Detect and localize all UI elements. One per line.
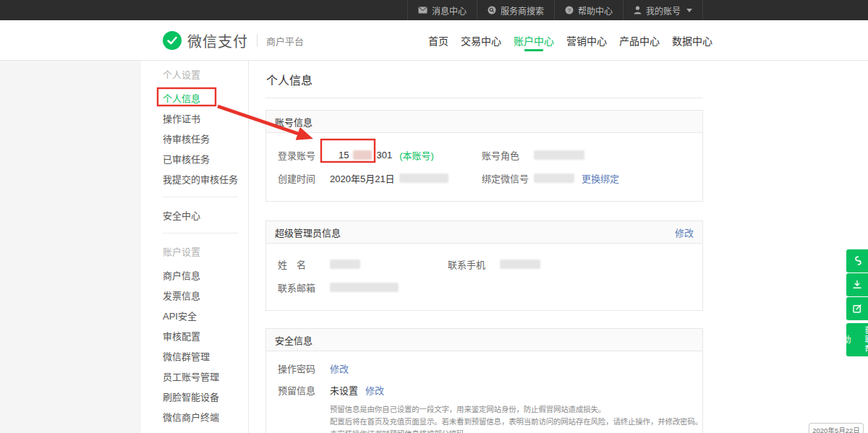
edit-super-admin-link[interactable]: 修改 <box>675 226 694 239</box>
operation-password-label: 操作密码 <box>278 361 330 375</box>
date-tooltip: 2020年5月22日 <box>809 423 864 433</box>
sidebar-item-staff-account-mgmt[interactable]: 员工账号管理 <box>163 366 248 386</box>
nav-marketing-center[interactable]: 营销中心 <box>566 20 607 61</box>
security-info-card-header: 安全信息 <box>266 329 702 351</box>
created-time-label: 创建时间 <box>278 171 330 185</box>
sidebar-item-reviewed-tasks[interactable]: 已审核任务 <box>163 148 248 168</box>
super-admin-card-header: 超级管理员信息 修改 <box>266 221 702 244</box>
sidebar-item-wechat-group-mgmt[interactable]: 微信群管理 <box>163 346 248 366</box>
sidebar-section-account-settings: 账户设置 <box>163 241 248 261</box>
sidebar-item-pending-review-tasks[interactable]: 待审核任务 <box>163 128 248 148</box>
sidebar-item-operation-certificate[interactable]: 操作证书 <box>163 108 248 128</box>
my-account-label: 我的账号 <box>646 4 681 17</box>
admin-name-label: 姓 名 <box>278 257 330 271</box>
brand-divider <box>257 34 258 47</box>
mail-icon <box>418 7 427 14</box>
sidebar-divider <box>163 233 238 233</box>
nav-home[interactable]: 首页 <box>428 20 448 61</box>
redacted-contact-phone <box>500 260 540 269</box>
operation-password-row: 操作密码 修改 <box>266 357 702 379</box>
reserved-info-description: 预留信息是由你自己设置的一段文字，用来鉴定网站身份，防止假冒网站造成损失。 配置… <box>330 403 699 433</box>
page-title: 个人信息 <box>266 71 703 88</box>
user-icon <box>634 6 642 14</box>
edit-operation-password-link[interactable]: 修改 <box>330 361 349 375</box>
sidebar-item-security-center[interactable]: 安全中心 <box>163 205 248 225</box>
help-center-label: 帮助中心 <box>578 4 613 17</box>
super-admin-card-title: 超级管理员信息 <box>275 226 341 239</box>
left-gray-strip <box>0 61 141 433</box>
sidebar-item-api-security[interactable]: API安全 <box>163 305 248 325</box>
date-tooltip-text: 2020年5月22日 <box>812 425 859 433</box>
security-info-card: 安全信息 操作密码 修改 预留信息 未设置 修改 预留信息是由你自己设置的一段文… <box>265 328 703 433</box>
sidebar-item-review-config[interactable]: 审核配置 <box>163 325 248 346</box>
get-help-button[interactable]: 获取帮助 <box>846 323 868 356</box>
download-button[interactable] <box>846 273 868 296</box>
security-info-card-title: 安全信息 <box>275 333 312 347</box>
sidebar-divider <box>163 197 238 197</box>
reserved-info-value: 未设置 <box>330 383 358 397</box>
sidebar-item-merchant-info[interactable]: 商户信息 <box>163 265 248 285</box>
current-account-note: (本账号) <box>399 148 434 162</box>
account-info-card-header: 账号信息 <box>266 111 702 133</box>
hook-button[interactable] <box>846 249 868 273</box>
contact-phone-label: 联系手机 <box>448 257 500 271</box>
redacted-account-role <box>534 150 584 160</box>
sidebar-section-personal-settings: 个人设置 <box>163 64 248 84</box>
sidebar-item-my-submitted-tasks[interactable]: 我提交的审核任务 <box>163 168 248 189</box>
svg-text:?: ? <box>568 7 571 14</box>
redacted-admin-name <box>330 260 360 269</box>
change-binding-link[interactable]: 更换绑定 <box>582 171 619 185</box>
super-admin-card: 超级管理员信息 修改 姓 名 联系手机 联系邮箱 <box>265 220 703 311</box>
account-info-card-title: 账号信息 <box>275 115 312 129</box>
service-provider-search-link[interactable]: 服务商搜索 <box>477 0 554 20</box>
bound-wechat-label: 绑定微信号 <box>482 171 534 185</box>
search-icon <box>488 6 496 14</box>
hook-icon <box>850 254 864 268</box>
account-info-card: 账号信息 登录账号 15301 (本账号) 账号角色 <box>265 110 703 202</box>
reserved-info-desc-line2: 配置后将在首页及充值页面显示。若未看到预留信息，表明当前访问的网站存在风险，请终… <box>330 416 699 428</box>
wechat-pay-logo-icon <box>163 31 182 50</box>
portal-name: 商户平台 <box>266 34 304 48</box>
edit-reserved-info-link[interactable]: 修改 <box>365 383 384 397</box>
edit-icon <box>850 301 864 316</box>
top-utility-bar: 消息中心 服务商搜索 ? 帮助中心 我的账号 <box>0 0 868 20</box>
redacted-created-time <box>399 173 448 183</box>
reserved-info-row: 预留信息 未设置 修改 <box>266 379 702 400</box>
feedback-button[interactable] <box>846 297 868 320</box>
reserved-info-desc-line3: 未安装操作证书时预留信息将被部分掩码。 <box>330 428 699 433</box>
brand-name: 微信支付 <box>187 30 248 51</box>
help-center-link[interactable]: ? 帮助中心 <box>554 0 623 20</box>
main-content: 个人信息 账号信息 登录账号 15301 (本账号) 账号角色 <box>265 61 703 433</box>
login-account-suffix: 301 <box>376 150 392 160</box>
nav-product-center[interactable]: 产品中心 <box>619 20 660 61</box>
reserved-info-label: 预留信息 <box>278 383 330 397</box>
contact-email-row: 联系邮箱 <box>266 275 702 299</box>
account-role-label: 账号角色 <box>482 148 534 162</box>
reserved-info-desc-line1: 预留信息是由你自己设置的一段文字，用来鉴定网站身份，防止假冒网站造成损失。 <box>330 403 699 416</box>
my-account-menu[interactable]: 我的账号 <box>623 0 703 20</box>
admin-name-row: 姓 名 联系手机 <box>266 252 702 275</box>
download-icon <box>850 278 864 292</box>
contact-email-label: 联系邮箱 <box>278 280 330 294</box>
login-account-label: 登录账号 <box>278 148 330 162</box>
question-icon: ? <box>565 6 574 14</box>
redacted-login-account <box>353 150 372 160</box>
floating-toolbar: 获取帮助 <box>846 249 868 356</box>
sidebar: 个人设置 个人信息 操作证书 待审核任务 已审核任务 我提交的审核任务 安全中心… <box>141 61 249 433</box>
sidebar-item-invoice-info[interactable]: 发票信息 <box>163 285 248 305</box>
brand-logo[interactable]: 微信支付 商户平台 <box>163 20 304 61</box>
chevron-down-icon <box>686 9 692 12</box>
wechat-pay-merchant-page: 消息中心 服务商搜索 ? 帮助中心 我的账号 微信支付 商户 <box>0 0 868 433</box>
redacted-contact-email <box>330 283 399 292</box>
nav-account-center[interactable]: 账户中心 <box>514 20 554 61</box>
sidebar-item-personal-info[interactable]: 个人信息 <box>163 87 248 108</box>
nav-data-center[interactable]: 数据中心 <box>672 20 712 61</box>
sidebar-item-merchant-terminal[interactable]: 微信商户终端 <box>163 406 248 426</box>
message-center-link[interactable]: 消息中心 <box>407 0 477 20</box>
redacted-wechat-id <box>534 173 574 183</box>
nav-transaction-center[interactable]: 交易中心 <box>461 20 501 61</box>
sidebar-item-face-device[interactable]: 刷脸智能设备 <box>163 386 248 406</box>
service-provider-search-label: 服务商搜索 <box>501 4 544 17</box>
login-account-prefix: 15 <box>339 150 349 160</box>
login-account-row: 登录账号 15301 (本账号) 账号角色 <box>266 143 702 166</box>
